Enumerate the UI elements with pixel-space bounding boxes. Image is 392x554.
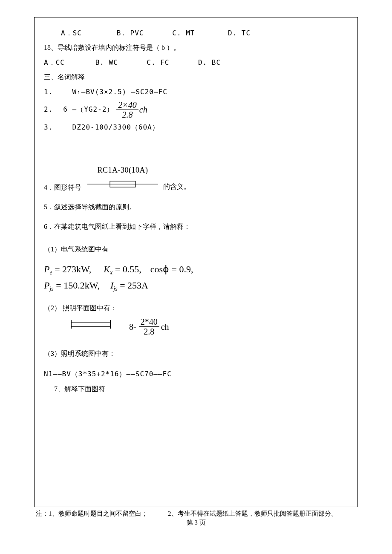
section3-title: 三、名词解释 [44, 71, 348, 84]
footer-note: 注：1、教师命题时题目之间不留空白； 2、考生不得在试题纸上答题，教师只批阅答题… [34, 510, 358, 518]
term-2-prefix: 6 —（YG2-2） [63, 103, 114, 116]
term-4-tail: 的含义。 [163, 180, 190, 194]
q18-opt-d: D. BC [198, 58, 221, 66]
q17-opt-c: C. MT [172, 27, 223, 40]
q18-opt-b: B. WC [95, 56, 142, 69]
q18-opt-a: A．CC [44, 56, 91, 69]
term-6-3-label: （3）照明系统图中有： [44, 347, 348, 360]
eq-Ijs-sub: js [113, 286, 117, 292]
equation-line-2: Pjs = 150.2kW, Ijs = 253A [44, 278, 348, 294]
term-1-text: W₁—BV(3×2.5) —SC20—FC [72, 88, 167, 96]
equation-line-1: Pe = 273kW, Kx = 0.55, cosϕ = 0.9, [44, 262, 348, 278]
lamp-fraction: 2*40 2.8 [139, 317, 159, 336]
term-6: 6．在某建筑电气图纸上看到如下字样，请解释： [44, 220, 348, 233]
eq-Pe-val: = 273kW, [52, 264, 92, 274]
term-2-fraction: 2×40 2.8 [116, 100, 138, 119]
q17-opt-b: B. PVC [117, 27, 168, 40]
eq-Kx-sym: K [104, 264, 110, 274]
term-7: 7、解释下面图符 [44, 383, 348, 395]
eq-Pjs-val: = 150.2kW, [54, 280, 100, 291]
term-3: 3. DZ20-100/3300（60A） [44, 121, 348, 134]
term-4-label: 4．图形符号 [44, 181, 81, 194]
lamp-unit: ch [161, 319, 169, 335]
page-frame: A．SC B. PVC C. MT D. TC 18、导线暗敷设在墙内的标注符号… [34, 17, 358, 507]
footer-right: 2、考生不得在试题纸上答题，教师只批阅答题册正面部分。 [168, 510, 337, 517]
svg-rect-5 [71, 322, 110, 326]
term-2: 2. 6 —（YG2-2） 2×40 2.8 ch [44, 100, 348, 119]
page-number: 第 3 页 [0, 519, 392, 527]
eq-Pe-sym: P [44, 264, 49, 274]
term-6-3-line: N1——BV（3*35+2*16）——SC70——FC [44, 368, 348, 381]
term-1: 1. W₁—BV(3×2.5) —SC20—FC [44, 86, 348, 98]
q17-options: A．SC B. PVC C. MT D. TC [44, 27, 348, 40]
lamp-den: 2.8 [139, 327, 159, 336]
q17-opt-d: D. TC [228, 29, 251, 37]
equations-block: Pe = 273kW, Kx = 0.55, cosϕ = 0.9, Pjs =… [44, 262, 348, 294]
lamp-formula: 8- 2*40 2.8 ch [129, 317, 169, 336]
fuse-icon [86, 179, 159, 190]
term-6-1-label: （1）电气系统图中有 [44, 243, 348, 256]
term-2-suffix: ch [139, 101, 147, 118]
term-2-frac-den: 2.8 [116, 110, 138, 119]
eq-cosphi: cosϕ = 0.9, [150, 264, 193, 274]
term-2-label: 2. [44, 103, 53, 116]
q17-opt-a: A．SC [61, 27, 112, 40]
eq-Pjs-sub: js [49, 286, 53, 292]
term-3-label: 3. [44, 123, 53, 131]
eq-Ijs-val: = 253A [118, 280, 148, 291]
fluorescent-lamp-icon [69, 319, 116, 334]
footer-left: 注：1、教师命题时题目之间不留空白； [36, 510, 148, 517]
fuse-label-text: RC1A-30(10A) [86, 163, 159, 177]
lamp-lead: 8- [129, 319, 136, 335]
q18-options: A．CC B. WC C. FC D. BC [44, 56, 348, 69]
eq-Kx-val: = 0.55, [112, 264, 141, 274]
term-6-2-label: （2） 照明平面图中有： [44, 302, 348, 315]
eq-Pjs-sym: P [44, 280, 49, 291]
term-5: 5．叙述选择导线截面的原则。 [44, 201, 348, 214]
term-2-frac-num: 2×40 [116, 100, 138, 110]
term-3-text: DZ20-100/3300（60A） [72, 123, 159, 131]
fuse-figure: RC1A-30(10A) [86, 163, 159, 194]
lamp-row: 8- 2*40 2.8 ch [44, 317, 348, 336]
term-1-label: 1. [44, 88, 53, 96]
q18-opt-c: C. FC [147, 56, 193, 69]
lamp-num: 2*40 [139, 317, 159, 327]
term-4: 4．图形符号 RC1A-30(10A) 的含义。 [44, 163, 348, 194]
q18-stem: 18、导线暗敷设在墙内的标注符号是（ b ）。 [44, 41, 348, 54]
